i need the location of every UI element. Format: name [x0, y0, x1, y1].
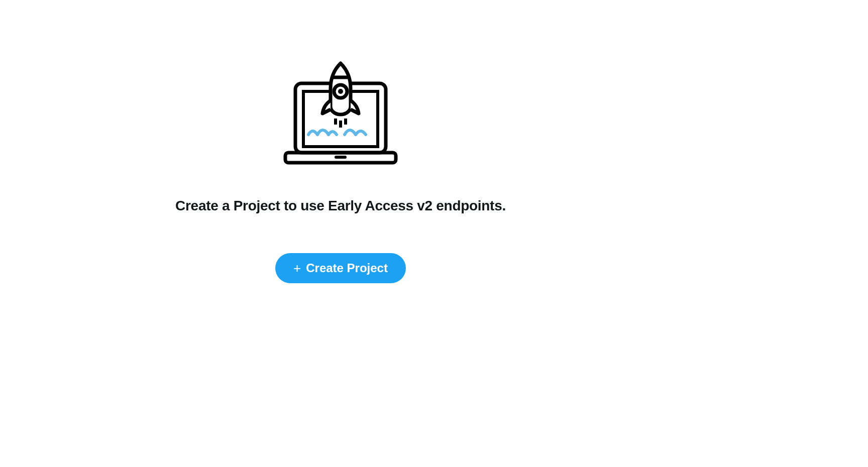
svg-point-5: [338, 89, 343, 94]
svg-rect-1: [335, 156, 347, 159]
plus-icon: +: [293, 262, 301, 275]
empty-state-container: Create a Project to use Early Access v2 …: [170, 60, 511, 283]
rocket-laptop-illustration: [280, 60, 401, 168]
create-project-button-label: Create Project: [306, 261, 388, 275]
create-project-button[interactable]: + Create Project: [275, 253, 406, 283]
empty-state-heading: Create a Project to use Early Access v2 …: [175, 198, 506, 214]
